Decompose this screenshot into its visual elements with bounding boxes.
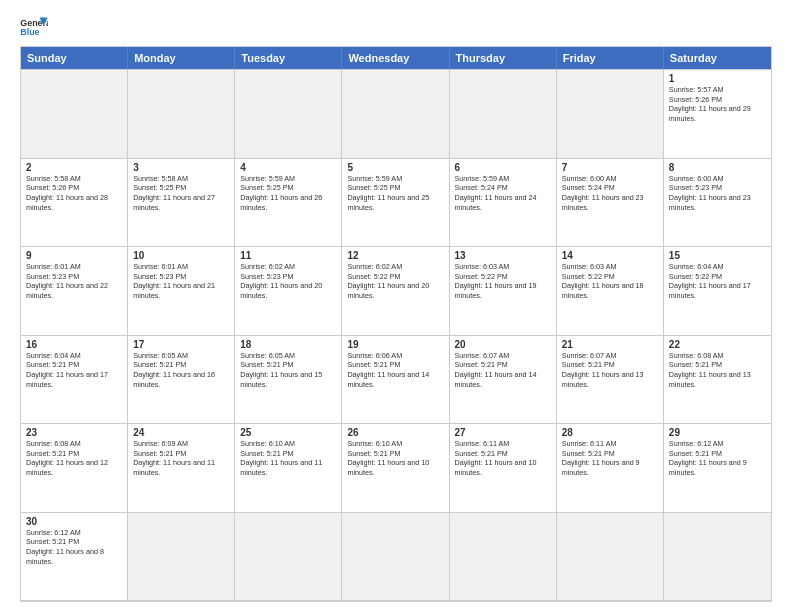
cell-date: 6 [455,162,551,173]
cell-date: 10 [133,250,229,261]
week-row: 30Sunrise: 6:12 AM Sunset: 5:21 PM Dayli… [21,512,771,602]
week-row: 2Sunrise: 5:58 AM Sunset: 5:26 PM Daylig… [21,158,771,247]
calendar-cell: 27Sunrise: 6:11 AM Sunset: 5:21 PM Dayli… [450,424,557,512]
calendar-cell: 15Sunrise: 6:04 AM Sunset: 5:22 PM Dayli… [664,247,771,335]
cell-date: 21 [562,339,658,350]
day-header: Wednesday [342,47,449,69]
cell-date: 15 [669,250,766,261]
cell-info: Sunrise: 6:08 AM Sunset: 5:21 PM Dayligh… [26,439,122,478]
cell-info: Sunrise: 6:03 AM Sunset: 5:22 PM Dayligh… [562,262,658,301]
cell-date: 18 [240,339,336,350]
svg-text:Blue: Blue [20,27,39,37]
calendar-cell: 26Sunrise: 6:10 AM Sunset: 5:21 PM Dayli… [342,424,449,512]
calendar-cell: 23Sunrise: 6:08 AM Sunset: 5:21 PM Dayli… [21,424,128,512]
cell-date: 3 [133,162,229,173]
calendar-cell: 29Sunrise: 6:12 AM Sunset: 5:21 PM Dayli… [664,424,771,512]
cell-info: Sunrise: 6:10 AM Sunset: 5:21 PM Dayligh… [347,439,443,478]
cell-info: Sunrise: 5:57 AM Sunset: 5:26 PM Dayligh… [669,85,766,124]
calendar-cell: 18Sunrise: 6:05 AM Sunset: 5:21 PM Dayli… [235,336,342,424]
calendar-cell: 2Sunrise: 5:58 AM Sunset: 5:26 PM Daylig… [21,159,128,247]
week-row: 23Sunrise: 6:08 AM Sunset: 5:21 PM Dayli… [21,423,771,512]
cell-info: Sunrise: 6:09 AM Sunset: 5:21 PM Dayligh… [133,439,229,478]
cell-date: 30 [26,516,122,527]
calendar: SundayMondayTuesdayWednesdayThursdayFrid… [20,46,772,602]
calendar-cell: 6Sunrise: 5:59 AM Sunset: 5:24 PM Daylig… [450,159,557,247]
cell-date: 5 [347,162,443,173]
cell-date: 17 [133,339,229,350]
cell-date: 12 [347,250,443,261]
page: General Blue SundayMondayTuesdayWednesda… [0,0,792,612]
cell-date: 28 [562,427,658,438]
calendar-cell [342,513,449,601]
calendar-cell [235,513,342,601]
cell-date: 23 [26,427,122,438]
cell-info: Sunrise: 6:01 AM Sunset: 5:23 PM Dayligh… [133,262,229,301]
calendar-cell: 17Sunrise: 6:05 AM Sunset: 5:21 PM Dayli… [128,336,235,424]
calendar-cell: 9Sunrise: 6:01 AM Sunset: 5:23 PM Daylig… [21,247,128,335]
calendar-cell: 4Sunrise: 5:59 AM Sunset: 5:25 PM Daylig… [235,159,342,247]
calendar-cell: 30Sunrise: 6:12 AM Sunset: 5:21 PM Dayli… [21,513,128,601]
header: General Blue [20,16,772,38]
cell-date: 27 [455,427,551,438]
cell-date: 8 [669,162,766,173]
cell-date: 16 [26,339,122,350]
cell-date: 13 [455,250,551,261]
week-row: 9Sunrise: 6:01 AM Sunset: 5:23 PM Daylig… [21,246,771,335]
cell-date: 26 [347,427,443,438]
cell-info: Sunrise: 6:08 AM Sunset: 5:21 PM Dayligh… [669,351,766,390]
day-header: Sunday [21,47,128,69]
calendar-cell: 22Sunrise: 6:08 AM Sunset: 5:21 PM Dayli… [664,336,771,424]
cell-info: Sunrise: 6:02 AM Sunset: 5:23 PM Dayligh… [240,262,336,301]
calendar-cell: 13Sunrise: 6:03 AM Sunset: 5:22 PM Dayli… [450,247,557,335]
calendar-cell: 20Sunrise: 6:07 AM Sunset: 5:21 PM Dayli… [450,336,557,424]
calendar-cell [235,70,342,158]
cell-date: 11 [240,250,336,261]
calendar-cell: 7Sunrise: 6:00 AM Sunset: 5:24 PM Daylig… [557,159,664,247]
calendar-cell: 28Sunrise: 6:11 AM Sunset: 5:21 PM Dayli… [557,424,664,512]
cell-info: Sunrise: 5:59 AM Sunset: 5:24 PM Dayligh… [455,174,551,213]
calendar-cell: 16Sunrise: 6:04 AM Sunset: 5:21 PM Dayli… [21,336,128,424]
cell-info: Sunrise: 6:11 AM Sunset: 5:21 PM Dayligh… [562,439,658,478]
cell-info: Sunrise: 6:00 AM Sunset: 5:24 PM Dayligh… [562,174,658,213]
calendar-cell [664,513,771,601]
cell-date: 20 [455,339,551,350]
cell-date: 29 [669,427,766,438]
day-header: Friday [557,47,664,69]
calendar-cell: 1Sunrise: 5:57 AM Sunset: 5:26 PM Daylig… [664,70,771,158]
cell-info: Sunrise: 6:12 AM Sunset: 5:21 PM Dayligh… [669,439,766,478]
calendar-cell: 24Sunrise: 6:09 AM Sunset: 5:21 PM Dayli… [128,424,235,512]
cell-info: Sunrise: 6:10 AM Sunset: 5:21 PM Dayligh… [240,439,336,478]
day-headers: SundayMondayTuesdayWednesdayThursdayFrid… [21,47,771,69]
cell-date: 22 [669,339,766,350]
cell-info: Sunrise: 6:04 AM Sunset: 5:21 PM Dayligh… [26,351,122,390]
cell-info: Sunrise: 6:00 AM Sunset: 5:23 PM Dayligh… [669,174,766,213]
cell-date: 1 [669,73,766,84]
calendar-cell: 3Sunrise: 5:58 AM Sunset: 5:25 PM Daylig… [128,159,235,247]
cell-info: Sunrise: 6:02 AM Sunset: 5:22 PM Dayligh… [347,262,443,301]
calendar-cell [557,513,664,601]
cell-date: 4 [240,162,336,173]
cell-date: 19 [347,339,443,350]
logo: General Blue [20,16,48,38]
cell-date: 25 [240,427,336,438]
cell-info: Sunrise: 5:59 AM Sunset: 5:25 PM Dayligh… [240,174,336,213]
cell-info: Sunrise: 6:05 AM Sunset: 5:21 PM Dayligh… [133,351,229,390]
calendar-cell [21,70,128,158]
calendar-cell: 5Sunrise: 5:59 AM Sunset: 5:25 PM Daylig… [342,159,449,247]
cell-info: Sunrise: 6:07 AM Sunset: 5:21 PM Dayligh… [562,351,658,390]
week-row: 1Sunrise: 5:57 AM Sunset: 5:26 PM Daylig… [21,69,771,158]
cell-info: Sunrise: 6:01 AM Sunset: 5:23 PM Dayligh… [26,262,122,301]
cell-date: 14 [562,250,658,261]
calendar-cell: 12Sunrise: 6:02 AM Sunset: 5:22 PM Dayli… [342,247,449,335]
cell-info: Sunrise: 6:05 AM Sunset: 5:21 PM Dayligh… [240,351,336,390]
calendar-cell [450,70,557,158]
cell-date: 2 [26,162,122,173]
week-row: 16Sunrise: 6:04 AM Sunset: 5:21 PM Dayli… [21,335,771,424]
day-header: Monday [128,47,235,69]
cell-info: Sunrise: 6:06 AM Sunset: 5:21 PM Dayligh… [347,351,443,390]
day-header: Thursday [450,47,557,69]
cell-info: Sunrise: 5:59 AM Sunset: 5:25 PM Dayligh… [347,174,443,213]
cell-info: Sunrise: 6:11 AM Sunset: 5:21 PM Dayligh… [455,439,551,478]
calendar-cell: 11Sunrise: 6:02 AM Sunset: 5:23 PM Dayli… [235,247,342,335]
cell-info: Sunrise: 5:58 AM Sunset: 5:25 PM Dayligh… [133,174,229,213]
